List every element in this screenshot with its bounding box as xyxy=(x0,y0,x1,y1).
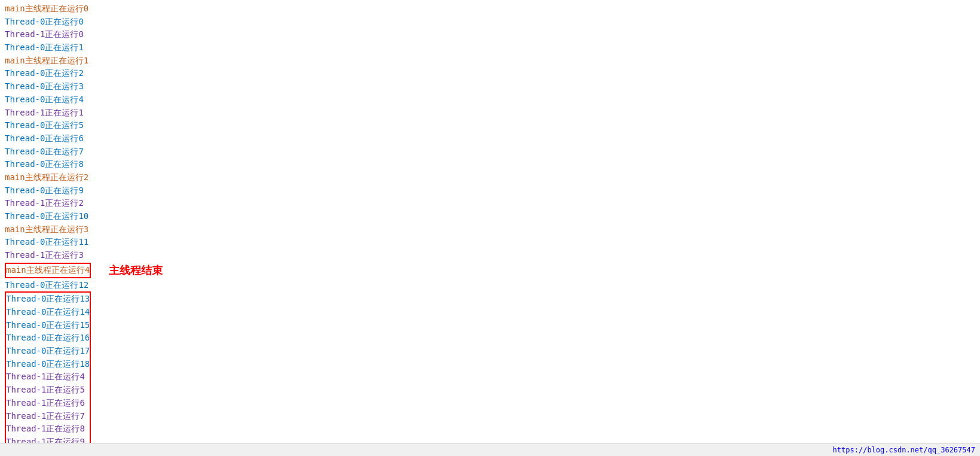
line-thread0-3: Thread-0正在运行3 xyxy=(5,80,975,93)
line-thread0-0: Thread-0正在运行0 xyxy=(5,16,975,29)
line-thread0-6: Thread-0正在运行6 xyxy=(5,132,975,145)
annotation-main-end-label: 主线程结束 xyxy=(109,262,163,279)
boxed-remaining-lines: Thread-0正在运行13 Thread-0正在运行14 Thread-0正在… xyxy=(5,291,91,449)
line-thread0-9: Thread-0正在运行9 xyxy=(5,184,975,197)
status-bar: https://blog.csdn.net/qq_36267547 xyxy=(0,443,980,456)
boxed-line-2: Thread-0正在运行15 xyxy=(6,319,90,332)
console-output: main主线程正在运行0 Thread-0正在运行0 Thread-1正在运行0… xyxy=(0,0,980,456)
line-thread0-12: Thread-0正在运行12 xyxy=(5,279,975,292)
boxed-line-1: Thread-0正在运行14 xyxy=(6,306,90,319)
boxed-line-3: Thread-0正在运行16 xyxy=(6,332,90,345)
line-main-3: main主线程正在运行3 xyxy=(5,223,975,236)
line-thread0-2: Thread-0正在运行2 xyxy=(5,67,975,80)
line-thread0-1: Thread-0正在运行1 xyxy=(5,41,975,54)
line-thread1-2: Thread-1正在运行2 xyxy=(5,197,975,210)
boxed-line-9: Thread-1正在运行7 xyxy=(6,410,90,423)
line-thread0-5: Thread-0正在运行5 xyxy=(5,119,975,132)
boxed-line-6: Thread-1正在运行4 xyxy=(6,370,90,384)
annotation-row-main-end: main主线程正在运行4 主线程结束 xyxy=(5,262,975,279)
boxed-line-10: Thread-1正在运行8 xyxy=(6,422,90,436)
boxed-line-8: Thread-1正在运行6 xyxy=(6,397,90,410)
main-line4-boxed: main主线程正在运行4 xyxy=(5,263,91,278)
line-main-0: main主线程正在运行0 xyxy=(5,2,975,16)
line-thread0-11: Thread-0正在运行11 xyxy=(5,236,975,249)
line-thread0-4: Thread-0正在运行4 xyxy=(5,93,975,107)
line-main-2: main主线程正在运行2 xyxy=(5,171,975,184)
boxed-line-5: Thread-0正在运行18 xyxy=(6,358,90,371)
line-thread1-0: Thread-1正在运行0 xyxy=(5,28,975,41)
boxed-line-4: Thread-0正在运行17 xyxy=(6,345,90,358)
line-thread0-10: Thread-0正在运行10 xyxy=(5,210,975,223)
status-url[interactable]: https://blog.csdn.net/qq_36267547 xyxy=(833,446,975,454)
line-thread0-8: Thread-0正在运行8 xyxy=(5,158,975,171)
boxed-line-7: Thread-1正在运行5 xyxy=(6,384,90,397)
line-thread1-1: Thread-1正在运行1 xyxy=(5,107,975,120)
line-thread1-3: Thread-1正在运行3 xyxy=(5,249,975,262)
boxed-line-0: Thread-0正在运行13 xyxy=(6,293,90,306)
line-main-1: main主线程正在运行1 xyxy=(5,54,975,68)
line-thread0-7: Thread-0正在运行7 xyxy=(5,145,975,159)
